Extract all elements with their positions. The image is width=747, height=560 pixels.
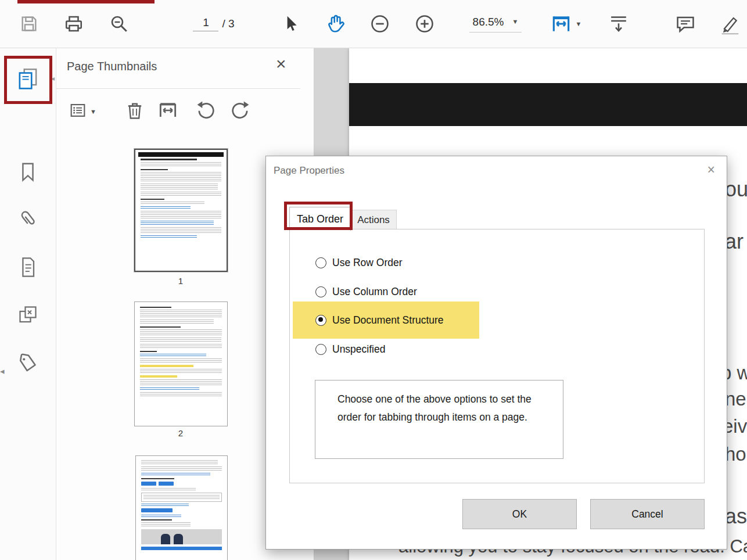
options-menu-icon xyxy=(68,100,88,123)
hand-icon xyxy=(324,12,347,35)
radio-icon xyxy=(315,286,326,297)
doc-text-fragment: ho xyxy=(725,443,746,465)
close-icon[interactable]: × xyxy=(708,163,715,177)
zoom-level-value: 86.5% xyxy=(473,16,504,28)
panel-divider xyxy=(56,88,300,89)
thumb-heading xyxy=(141,159,197,160)
panel-resize-arrow[interactable]: ◂ xyxy=(51,74,55,82)
page-thumbnail-1[interactable] xyxy=(134,149,228,272)
radio-unspecified[interactable]: Unspecified xyxy=(315,340,385,358)
doc-text-fragment: as xyxy=(725,504,747,529)
sidebar-item-tags[interactable] xyxy=(0,346,56,384)
highlighter-icon xyxy=(719,12,742,35)
main-toolbar: 1 / 3 86.5% ▼ ▼ xyxy=(0,0,747,48)
rotate-ccw-button[interactable] xyxy=(195,99,217,124)
trash-icon xyxy=(124,100,145,123)
radio-icon xyxy=(315,344,326,355)
radio-use-document-structure[interactable]: Use Document Structure xyxy=(315,311,444,329)
description-text: Choose one of the above options to set t… xyxy=(337,390,542,426)
sidebar-item-layers[interactable] xyxy=(0,297,56,335)
panel-collapse-handle[interactable]: ◂ xyxy=(0,366,5,376)
zoom-in-icon xyxy=(414,13,435,34)
cancel-button[interactable]: Cancel xyxy=(590,499,705,529)
print-button[interactable] xyxy=(62,0,85,48)
doc-text-fragment: ou xyxy=(725,177,747,202)
zoom-level-select[interactable]: 86.5% ▼ xyxy=(461,0,530,48)
page-thumbnail-2-label: 2 xyxy=(134,428,227,438)
fit-width-button[interactable]: ▼ xyxy=(547,0,584,48)
zoom-in-button[interactable] xyxy=(413,0,436,48)
dialog-title: Page Properties xyxy=(274,165,344,177)
chevron-down-icon: ▼ xyxy=(576,21,582,27)
tag-icon xyxy=(16,351,40,378)
insert-page-icon xyxy=(157,99,179,124)
zoom-out-icon xyxy=(369,13,390,34)
chevron-down-icon: ▼ xyxy=(512,19,518,25)
page-thumbnail-2[interactable] xyxy=(134,301,228,426)
page-number-input[interactable]: 1 xyxy=(193,16,218,31)
page-thumbnails-icon xyxy=(15,66,41,94)
redaction-bar xyxy=(349,83,747,126)
ok-button[interactable]: OK xyxy=(462,499,577,529)
rotate-counterclockwise-icon xyxy=(195,99,217,124)
layers-icon xyxy=(16,303,40,329)
annotation-top-strip xyxy=(17,0,155,3)
tab-actions[interactable]: Actions xyxy=(350,210,397,229)
highlight-button[interactable] xyxy=(717,0,743,48)
marquee-zoom-button[interactable] xyxy=(107,0,131,48)
page-count-label: / 3 xyxy=(222,17,234,30)
comment-icon xyxy=(674,13,696,35)
thumb1-redaction-bar xyxy=(138,152,224,157)
thumb3-photo xyxy=(141,529,222,544)
scrolling-icon xyxy=(607,12,630,35)
page-thumbnail-1-label: 1 xyxy=(134,276,227,286)
description-box: Choose one of the above options to set t… xyxy=(315,380,563,459)
bookmark-icon xyxy=(16,160,39,186)
radio-icon xyxy=(315,257,326,268)
paperclip-icon xyxy=(16,207,39,232)
tab-tab-order[interactable]: Tab Order xyxy=(289,207,351,231)
thumbnail-options-button[interactable]: ▼ xyxy=(68,99,96,124)
page-properties-dialog: Page Properties × Tab Order Actions Use … xyxy=(265,156,727,550)
sidebar-item-destinations[interactable] xyxy=(0,249,56,288)
left-nav-rail xyxy=(0,48,56,560)
sidebar-item-page-thumbnails[interactable] xyxy=(0,60,56,99)
zoom-out-button[interactable] xyxy=(368,0,392,48)
save-button[interactable] xyxy=(17,0,41,48)
comment-button[interactable] xyxy=(673,0,698,48)
cursor-icon xyxy=(281,15,300,33)
thumb2-highlight xyxy=(140,365,193,367)
document-icon xyxy=(16,256,39,281)
rotate-cw-button[interactable] xyxy=(229,99,252,124)
fit-width-icon xyxy=(550,13,572,35)
page-display-button[interactable] xyxy=(606,0,631,48)
page-navigation: 1 / 3 xyxy=(176,0,252,48)
radio-use-column-order[interactable]: Use Column Order xyxy=(315,283,417,300)
save-icon xyxy=(19,14,39,34)
panel-title: Page Thumbnails xyxy=(67,60,157,73)
radio-icon-selected xyxy=(315,315,326,326)
doc-text-fragment: ne xyxy=(725,388,746,410)
thumb3-buttons xyxy=(141,482,222,486)
radio-use-row-order[interactable]: Use Row Order xyxy=(315,254,403,271)
hand-tool-button[interactable] xyxy=(323,0,349,48)
close-icon[interactable]: × xyxy=(276,55,286,73)
insert-pages-button[interactable] xyxy=(157,99,179,124)
chevron-down-icon: ▼ xyxy=(90,109,96,115)
select-tool-button[interactable] xyxy=(279,0,302,48)
doc-text-fragment: ar xyxy=(725,229,744,254)
sidebar-item-attachments[interactable] xyxy=(0,200,56,239)
print-icon xyxy=(63,13,84,34)
rotate-clockwise-icon xyxy=(229,99,252,124)
sidebar-item-bookmarks[interactable] xyxy=(0,154,56,192)
tab-order-panel: Use Row Order Use Column Order Use Docum… xyxy=(289,229,705,483)
magnifier-icon xyxy=(109,13,130,34)
delete-pages-button[interactable] xyxy=(124,99,145,124)
page-thumbnail-3[interactable] xyxy=(135,455,228,560)
